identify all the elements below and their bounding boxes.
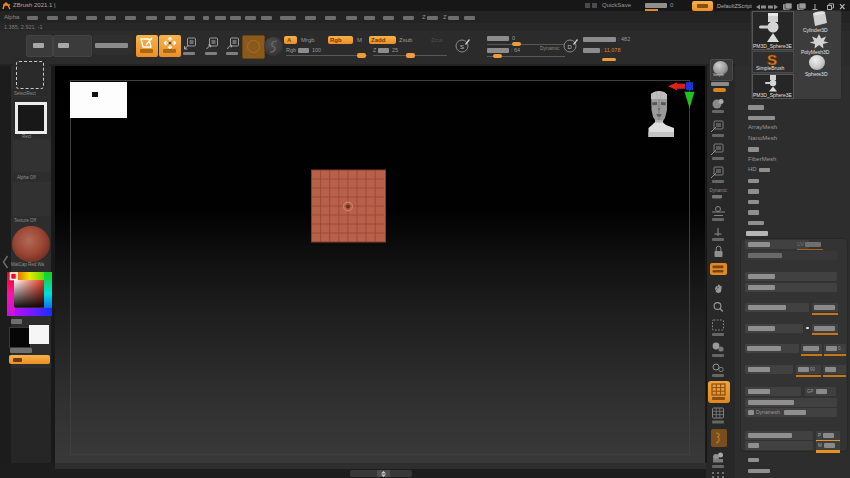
svg-text:D: D bbox=[568, 44, 573, 50]
svg-text:S: S bbox=[460, 44, 464, 50]
svg-text:Dynamic: Dynamic bbox=[710, 188, 728, 193]
